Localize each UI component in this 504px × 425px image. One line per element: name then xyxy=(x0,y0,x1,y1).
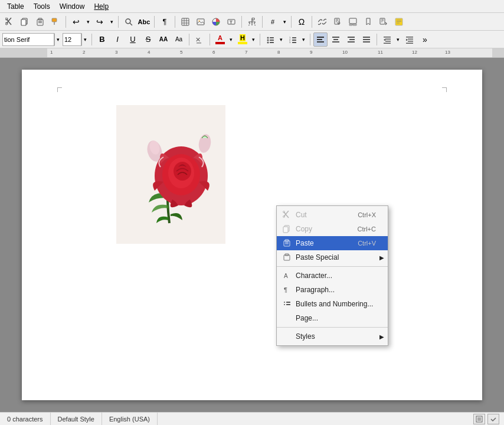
anchor-button[interactable] xyxy=(245,15,259,29)
svg-rect-36 xyxy=(292,42,296,43)
context-paste[interactable]: Paste Ctrl+V xyxy=(277,236,388,250)
clear-format-button[interactable]: ✕ xyxy=(192,32,207,47)
menu-tools[interactable]: Tools xyxy=(29,1,55,12)
numbering-button[interactable]: 1.2.3. xyxy=(286,32,300,47)
svg-rect-38 xyxy=(317,39,322,40)
menu-table[interactable]: Table xyxy=(2,1,29,12)
context-paragraph[interactable]: ¶ Paragraph... xyxy=(277,283,388,297)
context-copy[interactable]: Copy Ctrl+C xyxy=(277,222,388,236)
fmt-sep-3 xyxy=(210,34,210,45)
redo-dropdown[interactable]: ▾ xyxy=(108,15,115,29)
highlight-button[interactable]: H xyxy=(235,32,250,47)
document-index-button[interactable] xyxy=(377,15,391,29)
align-left-button[interactable] xyxy=(313,32,328,47)
ctx-sep-1 xyxy=(277,266,388,267)
cut-button[interactable] xyxy=(2,15,17,29)
svg-rect-46 xyxy=(363,37,370,38)
context-styles[interactable]: Styles ▶ xyxy=(277,329,388,344)
paste-button-group[interactable] xyxy=(33,15,47,29)
uppercase-button[interactable]: AA xyxy=(156,32,171,47)
bold-button[interactable]: B xyxy=(95,32,109,47)
underline-button[interactable]: U xyxy=(126,32,140,47)
chart-insert-button[interactable] xyxy=(209,15,223,29)
table-insert-button[interactable] xyxy=(178,15,192,29)
navigator-button[interactable] xyxy=(346,15,360,29)
hyperlink-button[interactable] xyxy=(315,15,329,29)
paste-special-arrow: ▶ xyxy=(379,254,384,261)
svg-rect-83 xyxy=(477,417,481,421)
context-character[interactable]: A Character... xyxy=(277,269,388,283)
status-icon-1[interactable] xyxy=(473,414,485,424)
bullets-dropdown[interactable]: ▾ xyxy=(277,32,284,47)
rose-image xyxy=(116,105,225,244)
copy-button[interactable] xyxy=(18,15,32,29)
decrease-indent-button[interactable] xyxy=(402,32,417,47)
increase-indent-button[interactable] xyxy=(380,32,394,47)
svg-rect-69 xyxy=(283,227,288,233)
context-cut[interactable]: Cut Ctrl+X xyxy=(277,208,388,222)
line-numbering-button[interactable]: # xyxy=(266,15,280,29)
textbox-insert-button[interactable]: T xyxy=(224,15,238,29)
svg-rect-43 xyxy=(348,37,355,38)
context-paste-label: Paste xyxy=(296,239,354,247)
font-size-dropdown[interactable]: ▾ xyxy=(81,33,89,46)
undo-dropdown[interactable]: ▾ xyxy=(84,15,91,29)
svg-rect-30 xyxy=(270,42,274,43)
svg-point-78 xyxy=(284,302,285,303)
svg-rect-56 xyxy=(406,42,413,44)
svg-text:A: A xyxy=(284,273,288,279)
font-color-button[interactable]: A xyxy=(213,32,227,47)
menu-window[interactable]: Window xyxy=(55,1,90,12)
bookmark-button[interactable] xyxy=(361,15,375,29)
spellcheck-button[interactable]: Abc xyxy=(137,15,151,29)
italic-button[interactable]: I xyxy=(110,32,125,47)
char-count: 0 characters xyxy=(7,416,43,423)
notes-button[interactable] xyxy=(392,15,406,29)
svg-rect-34 xyxy=(292,40,296,41)
status-icon-2[interactable] xyxy=(487,414,499,424)
default-style: Default Style xyxy=(58,416,94,423)
context-paste-special[interactable]: Paste Special ▶ xyxy=(277,250,388,264)
context-bullets-numbering-label: Bullets and Numbering... xyxy=(296,300,376,308)
format-paint-button[interactable] xyxy=(48,15,63,29)
font-name-input[interactable] xyxy=(2,33,54,46)
image-insert-button[interactable] xyxy=(194,15,208,29)
separator-1 xyxy=(66,16,66,28)
context-page[interactable]: Page... xyxy=(277,311,388,325)
indent-dropdown[interactable]: ▾ xyxy=(394,32,401,47)
align-right-button[interactable] xyxy=(344,32,358,47)
context-bullets-numbering[interactable]: Bullets and Numbering... xyxy=(277,297,388,311)
font-name-dropdown[interactable]: ▾ xyxy=(54,33,61,46)
capitalize-button[interactable]: Aa xyxy=(172,32,186,47)
font-size-input[interactable] xyxy=(63,33,81,46)
page-preview-button[interactable] xyxy=(330,15,345,29)
document-page[interactable] xyxy=(22,70,482,400)
menu-help[interactable]: Help xyxy=(89,1,113,12)
document-area[interactable]: Cut Ctrl+X Copy Ctrl+C Paste Ctrl+V Past… xyxy=(0,58,504,412)
line-numbering-dropdown[interactable]: ▾ xyxy=(281,15,288,29)
highlight-dropdown[interactable]: ▾ xyxy=(250,32,257,47)
redo-button[interactable]: ↪ xyxy=(93,15,107,29)
numbering-dropdown[interactable]: ▾ xyxy=(300,32,307,47)
fmt-sep-1 xyxy=(91,34,92,45)
bullets-numbering-icon xyxy=(282,299,292,309)
svg-point-9 xyxy=(126,19,130,24)
justify-button[interactable] xyxy=(359,32,374,47)
styles-icon xyxy=(282,332,292,341)
svg-rect-52 xyxy=(384,42,391,44)
align-center-button[interactable] xyxy=(329,32,343,47)
undo-button[interactable]: ↩ xyxy=(69,15,83,29)
strikethrough-button[interactable]: S xyxy=(141,32,155,47)
font-color-dropdown[interactable]: ▾ xyxy=(227,32,234,47)
cut-icon xyxy=(282,210,292,220)
more-format-button[interactable]: » xyxy=(418,32,432,47)
svg-rect-20 xyxy=(353,24,356,25)
find-button[interactable] xyxy=(122,15,136,29)
special-char-button[interactable]: Ω xyxy=(294,15,309,29)
bullets-button[interactable] xyxy=(263,32,277,47)
context-copy-label: Copy xyxy=(296,225,354,233)
svg-rect-41 xyxy=(333,39,338,40)
show-formatting-button[interactable]: ¶ xyxy=(158,15,172,29)
fmt-sep-4 xyxy=(260,34,260,45)
copy-icon xyxy=(282,224,292,234)
